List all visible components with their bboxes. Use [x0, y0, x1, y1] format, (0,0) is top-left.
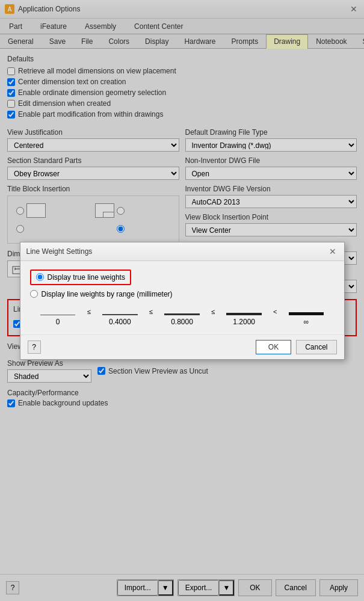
- cb-enable-part-label: Enable part modification from within dra…: [18, 110, 163, 119]
- slider-arrow-2: ≤: [206, 308, 220, 315]
- tab-general[interactable]: General: [0, 34, 42, 48]
- bottom-left: ?: [6, 581, 19, 594]
- slider-seg-4: [284, 312, 328, 315]
- tab-drawing[interactable]: Drawing: [266, 34, 308, 49]
- tb-radio-3[interactable]: [16, 225, 24, 233]
- modal-cancel-button[interactable]: Cancel: [296, 340, 336, 354]
- slider-line-1: [102, 314, 138, 315]
- non-inventor-select[interactable]: Open Import: [185, 167, 357, 180]
- view-justification-select[interactable]: Centered Left Right: [7, 138, 179, 152]
- bottom-bar: ? Import... ▼ Export... ▼ OK Cancel Appl…: [0, 574, 364, 601]
- section-view-uncut-label: Section View Preview as Uncut: [108, 367, 208, 375]
- import-button[interactable]: Import...: [117, 580, 158, 596]
- bottom-help-button[interactable]: ?: [6, 581, 19, 594]
- inventor-dwg-version-select[interactable]: AutoCAD 2013 AutoCAD 2010: [185, 195, 357, 208]
- tab-row-2: General Save File Colors Display Hardwar…: [0, 34, 364, 49]
- apply-button[interactable]: Apply: [319, 579, 358, 596]
- app-icon: A: [5, 4, 14, 14]
- cb-edit-dim-input[interactable]: [7, 100, 15, 108]
- cb-center-input[interactable]: [7, 78, 15, 86]
- cb-enable-part: Enable part modification from within dra…: [7, 110, 357, 119]
- export-dropdown-button[interactable]: ▼: [219, 580, 234, 596]
- import-button-group: Import... ▼: [117, 579, 174, 596]
- tab-file[interactable]: File: [73, 34, 100, 48]
- tb-option-1: [16, 203, 91, 218]
- tb-icon-2: [95, 203, 114, 218]
- background-updates-label: Enable background updates: [18, 399, 108, 407]
- title-block-box: [7, 196, 179, 244]
- slider-labels-row: 0 0.4000 0.8000 1.2000 ∞: [30, 318, 335, 326]
- show-preview-select[interactable]: Shaded Wireframe Bounding Box: [7, 369, 91, 383]
- modal-buttons: OK Cancel: [256, 340, 337, 354]
- slider-section: ≤ ≤ ≤ <: [30, 308, 335, 326]
- cb-ordinate-input[interactable]: [7, 89, 15, 97]
- tb-radio-2[interactable]: [117, 207, 125, 215]
- tab-sketch[interactable]: Sketch: [355, 34, 364, 48]
- radio1-display-true[interactable]: [36, 273, 44, 281]
- radio2-container: Display line weights by range (millimete…: [30, 290, 335, 298]
- radio1-container: Display true line weights: [30, 270, 335, 285]
- tab-row-1: Part iFeature Assembly Content Center: [0, 19, 364, 34]
- cb-ordinate-label: Enable ordinate dimension geometry selec…: [18, 88, 166, 97]
- radio2-display-range[interactable]: [30, 290, 38, 298]
- section-view-uncut-checkbox[interactable]: [97, 367, 105, 375]
- cancel-button[interactable]: Cancel: [276, 579, 316, 596]
- tab-display[interactable]: Display: [137, 34, 176, 48]
- slider-val-0: 0: [36, 318, 80, 326]
- tab-ifeature[interactable]: iFeature: [31, 19, 76, 34]
- modal-ok-button[interactable]: OK: [256, 340, 291, 354]
- tb-radio-1[interactable]: [16, 207, 24, 215]
- window-title: Application Options: [18, 5, 80, 13]
- slider-arrow-3: <: [268, 308, 282, 315]
- tb-icon-3: [26, 221, 46, 236]
- cb-retrieve: Retrieve all model dimensions on view pl…: [7, 67, 357, 75]
- inventor-dwg-version-label: Inventor DWG File Version: [185, 185, 357, 193]
- tab-part[interactable]: Part: [0, 19, 31, 34]
- view-block-insertion-select[interactable]: View Center View Corner: [185, 223, 357, 236]
- show-preview-label: Show Preview As: [7, 359, 91, 368]
- export-button-group: Export... ▼: [177, 579, 235, 596]
- cb-center: Center dimension text on creation: [7, 78, 357, 86]
- cb-enable-part-input[interactable]: [7, 111, 15, 119]
- modal-close-button[interactable]: ✕: [327, 246, 338, 257]
- cb-edit-dim-label: Edit dimension when created: [18, 99, 111, 108]
- radio2-label: Display line weights by range (millimete…: [42, 290, 173, 298]
- tb-option-4: [95, 221, 170, 236]
- non-inventor-label: Non-Inventor DWG File: [185, 156, 357, 165]
- tab-save[interactable]: Save: [42, 34, 73, 48]
- tab-colors[interactable]: Colors: [100, 34, 137, 48]
- cb-retrieve-input[interactable]: [7, 67, 15, 75]
- slider-seg-0: [36, 315, 80, 315]
- tab-content-center[interactable]: Content Center: [125, 19, 192, 34]
- tab-hardware[interactable]: Hardware: [176, 34, 223, 48]
- modal-content: Display true line weights Display line w…: [20, 261, 344, 334]
- title-block-label: Title Block Insertion: [7, 185, 179, 193]
- export-button[interactable]: Export...: [178, 580, 220, 596]
- tab-prompts[interactable]: Prompts: [223, 34, 266, 48]
- background-updates-checkbox[interactable]: [7, 399, 15, 407]
- ok-button[interactable]: OK: [238, 579, 271, 596]
- tab-assembly[interactable]: Assembly: [76, 19, 125, 34]
- tb-icon-4: [95, 221, 114, 236]
- slider-line-2: [164, 313, 200, 315]
- line-weight-settings-modal: Line Weight Settings ✕ Display true line…: [20, 242, 345, 360]
- radio1-label: Display true line weights: [48, 273, 125, 282]
- import-dropdown-button[interactable]: ▼: [158, 580, 173, 596]
- view-block-insertion-label: View Block Insertion Point: [185, 213, 357, 221]
- title-bar-left: A Application Options: [5, 4, 80, 14]
- capacity-label: Capacity/Performance: [7, 389, 357, 397]
- slider-line-4: [289, 312, 324, 315]
- slider-val-2: 0.8000: [160, 318, 204, 326]
- background-updates-row: Enable background updates: [7, 399, 357, 407]
- main-content: Defaults Retrieve all model dimensions o…: [0, 49, 364, 416]
- tb-option-2: [95, 203, 170, 218]
- default-drawing-type-select[interactable]: Inventor Drawing (*.dwg) Inventor Drawin…: [185, 138, 357, 152]
- cb-center-label: Center dimension text on creation: [18, 78, 126, 86]
- close-button[interactable]: ✕: [348, 4, 359, 14]
- section-standard-parts-select[interactable]: Obey Browser Always Section Never Sectio…: [7, 167, 179, 180]
- slider-seg-2: [160, 313, 204, 315]
- tb-radio-4[interactable]: [117, 225, 125, 233]
- tab-notebook[interactable]: Notebook: [308, 34, 354, 48]
- modal-help-button[interactable]: ?: [28, 341, 41, 354]
- slider-line-3: [226, 313, 262, 315]
